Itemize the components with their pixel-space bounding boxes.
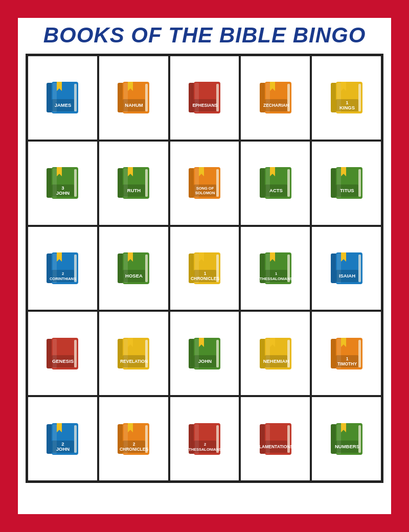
book-item: 1 CHRONICLES bbox=[172, 229, 237, 308]
svg-text:JOHN: JOHN bbox=[56, 446, 70, 452]
grid-cell[interactable]: LAMENTATIONS bbox=[240, 396, 311, 481]
svg-rect-38 bbox=[74, 169, 77, 197]
book-item: 2 THESSALONIANS bbox=[172, 399, 237, 478]
book-item: ACTS bbox=[243, 144, 308, 223]
book-item: LAMENTATIONS bbox=[243, 399, 308, 478]
grid-cell[interactable]: 3 JOHN bbox=[27, 141, 98, 226]
svg-text:RUTH: RUTH bbox=[127, 188, 141, 193]
grid-cell[interactable]: HOSEA bbox=[98, 226, 169, 311]
svg-rect-68 bbox=[358, 169, 361, 197]
grid-cell[interactable]: NEHEMIAH bbox=[240, 311, 311, 396]
svg-rect-9 bbox=[145, 84, 148, 111]
svg-text:ISAIAH: ISAIAH bbox=[338, 273, 355, 279]
book-item: JOHN bbox=[172, 314, 237, 393]
svg-text:JAMES: JAMES bbox=[55, 102, 72, 108]
svg-rect-2 bbox=[74, 84, 77, 111]
svg-text:EPHESIANS: EPHESIANS bbox=[192, 103, 217, 108]
svg-text:KINGS: KINGS bbox=[339, 105, 355, 110]
svg-text:TIMOTHY: TIMOTHY bbox=[337, 361, 357, 366]
svg-text:THESSALONIANS: THESSALONIANS bbox=[260, 276, 292, 281]
svg-text:SOLOMON: SOLOMON bbox=[195, 191, 215, 195]
grid-cell[interactable]: JOHN bbox=[169, 311, 240, 396]
svg-text:1: 1 bbox=[275, 271, 277, 276]
grid-cell[interactable]: 1 KINGS bbox=[311, 55, 382, 141]
book-item: JAMES bbox=[30, 58, 95, 137]
svg-text:LAMENTATIONS: LAMENTATIONS bbox=[259, 444, 293, 449]
grid-cell[interactable]: 2 THESSALONIANS bbox=[169, 396, 240, 481]
svg-text:ACTS: ACTS bbox=[269, 188, 283, 193]
svg-text:1: 1 bbox=[204, 271, 207, 276]
book-item: HOSEA bbox=[101, 229, 166, 308]
book-item: 1 KINGS bbox=[314, 58, 379, 137]
svg-text:2: 2 bbox=[204, 442, 206, 447]
svg-rect-141 bbox=[358, 340, 361, 367]
svg-text:THESSALONIANS: THESSALONIANS bbox=[189, 447, 221, 452]
svg-text:1: 1 bbox=[346, 356, 348, 361]
grid-cell[interactable]: EPHESIANS bbox=[169, 55, 240, 141]
grid-cell[interactable]: NAHUM bbox=[98, 55, 169, 141]
book-item: NUMBERS bbox=[314, 399, 379, 478]
svg-rect-113 bbox=[74, 340, 77, 367]
svg-text:NUMBERS: NUMBERS bbox=[335, 444, 359, 449]
grid-cell[interactable]: ZECHARIAH bbox=[240, 55, 311, 141]
book-item: RUTH bbox=[101, 144, 166, 223]
svg-rect-61 bbox=[287, 169, 290, 197]
page-title: Books of The Bible Bingo bbox=[43, 23, 366, 48]
book-item: TITUS bbox=[314, 144, 379, 223]
book-item: 2 JOHN bbox=[30, 399, 95, 478]
svg-rect-30 bbox=[358, 84, 361, 111]
svg-text:TITUS: TITUS bbox=[340, 188, 354, 193]
grid-cell[interactable]: ACTS bbox=[240, 141, 311, 226]
book-item: 1 THESSALONIANS bbox=[243, 229, 308, 308]
grid-cell[interactable]: 2 CHRONICLES bbox=[98, 396, 169, 481]
grid-cell[interactable]: JAMES bbox=[27, 55, 98, 141]
grid-cell[interactable]: ISAIAH bbox=[311, 226, 382, 311]
grid-cell[interactable]: NUMBERS bbox=[311, 396, 382, 481]
svg-rect-46 bbox=[145, 169, 148, 197]
svg-text:HOSEA: HOSEA bbox=[125, 273, 143, 279]
svg-text:NEHEMIAH: NEHEMIAH bbox=[263, 358, 289, 364]
svg-rect-149 bbox=[74, 425, 77, 453]
bingo-grid: JAMES NAHUM bbox=[26, 54, 383, 483]
grid-cell[interactable]: 1 TIMOTHY bbox=[311, 311, 382, 396]
book-item: NEHEMIAH bbox=[243, 314, 308, 393]
svg-rect-53 bbox=[216, 169, 219, 197]
inner-card: Books of The Bible Bingo JAMES bbox=[15, 15, 394, 517]
svg-text:CHRONICLES: CHRONICLES bbox=[120, 447, 149, 452]
grid-cell[interactable]: 2 JOHN bbox=[27, 396, 98, 481]
grid-cell[interactable]: 2 CORINTHIANS bbox=[27, 226, 98, 311]
svg-text:ZECHARIAH: ZECHARIAH bbox=[263, 103, 289, 108]
svg-text:CORINTHIANS: CORINTHIANS bbox=[50, 276, 76, 281]
book-item: REVELATION bbox=[101, 314, 166, 393]
grid-cell[interactable]: 1 CHRONICLES bbox=[169, 226, 240, 311]
book-item: ZECHARIAH bbox=[243, 58, 308, 137]
svg-text:JOHN: JOHN bbox=[198, 358, 212, 364]
grid-cell[interactable]: TITUS bbox=[311, 141, 382, 226]
grid-cell[interactable]: REVELATION bbox=[98, 311, 169, 396]
svg-rect-106 bbox=[358, 255, 361, 282]
svg-text:NAHUM: NAHUM bbox=[125, 102, 143, 108]
svg-rect-127 bbox=[216, 340, 219, 367]
book-item: NAHUM bbox=[101, 58, 166, 137]
outer-border: Books of The Bible Bingo JAMES bbox=[10, 10, 399, 522]
book-item: 3 JOHN bbox=[30, 144, 95, 223]
grid-cell[interactable]: GENESIS bbox=[27, 311, 98, 396]
svg-text:2: 2 bbox=[62, 271, 64, 276]
book-item: 2 CHRONICLES bbox=[101, 399, 166, 478]
svg-text:REVELATION: REVELATION bbox=[120, 359, 148, 364]
grid-cell[interactable]: RUTH bbox=[98, 141, 169, 226]
svg-text:GENESIS: GENESIS bbox=[52, 358, 74, 364]
book-item: 2 CORINTHIANS bbox=[30, 229, 95, 308]
svg-text:JOHN: JOHN bbox=[56, 190, 70, 196]
book-item: ISAIAH bbox=[314, 229, 379, 308]
book-item: GENESIS bbox=[30, 314, 95, 393]
svg-text:2: 2 bbox=[133, 442, 135, 447]
grid-cell[interactable]: SONG OF SOLOMON bbox=[169, 141, 240, 226]
svg-text:CHRONICLES: CHRONICLES bbox=[191, 276, 220, 281]
book-item: 1 TIMOTHY bbox=[314, 314, 379, 393]
grid-cell[interactable]: 1 THESSALONIANS bbox=[240, 226, 311, 311]
book-item: EPHESIANS bbox=[172, 58, 237, 137]
book-item: SONG OF SOLOMON bbox=[172, 144, 237, 223]
svg-text:SONG OF: SONG OF bbox=[196, 186, 214, 191]
svg-rect-83 bbox=[145, 255, 148, 282]
